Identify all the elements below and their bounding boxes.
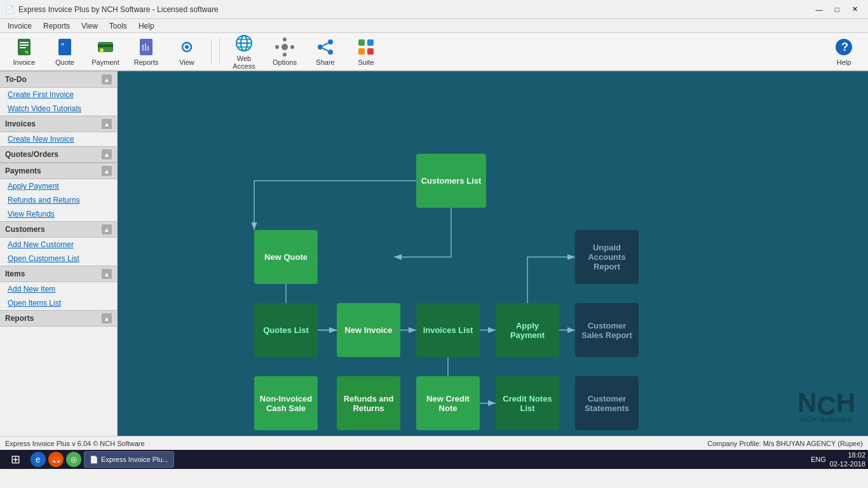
svg-point-22 bbox=[283, 37, 287, 41]
quote-icon: " bbox=[55, 37, 75, 57]
menu-item-tools[interactable]: Tools bbox=[104, 20, 132, 32]
svg-text:": " bbox=[61, 41, 64, 51]
svg-rect-13 bbox=[147, 46, 149, 51]
svg-rect-1 bbox=[20, 42, 29, 43]
sidebar-link-add-new-item[interactable]: Add New Item bbox=[0, 282, 117, 296]
toolbar-btn-invoice[interactable]: Invoice bbox=[5, 34, 43, 69]
start-button[interactable]: ⊞ bbox=[3, 451, 28, 468]
sidebar-section-reports[interactable]: Reports▲ bbox=[0, 310, 117, 327]
flowbox-apply-payment[interactable]: Apply Payment bbox=[496, 303, 559, 357]
toolbar-btn-suite[interactable]: Suite bbox=[347, 34, 385, 69]
toolbar-btn-payment[interactable]: Payment bbox=[86, 34, 125, 69]
ie-icon[interactable]: e bbox=[31, 452, 46, 467]
invoice-icon bbox=[14, 37, 34, 57]
toolbar-btn-view[interactable]: View bbox=[168, 34, 206, 69]
status-bar: Express Invoice Plus v 6.04 © NCH Softwa… bbox=[0, 436, 868, 450]
firefox-icon[interactable]: 🦊 bbox=[48, 452, 64, 467]
content-area: Customers ListNew QuoteNew InvoiceQuotes… bbox=[118, 71, 868, 436]
payment-icon bbox=[95, 37, 116, 57]
menu-item-help[interactable]: Help bbox=[133, 20, 159, 32]
nch-logo: N C H NCH Software bbox=[797, 390, 855, 423]
title-bar-controls: — □ ✕ bbox=[811, 3, 863, 16]
toolbar-btn-web-access[interactable]: Web Access bbox=[225, 34, 263, 69]
clock-time: 18:02 bbox=[830, 451, 865, 459]
sidebar-section-todo[interactable]: To-Do▲ bbox=[0, 71, 117, 88]
sidebar-section-customers[interactable]: Customers▲ bbox=[0, 221, 117, 238]
flowbox-customer-statements[interactable]: Customer Statements bbox=[575, 376, 639, 430]
collapse-btn-invoices[interactable]: ▲ bbox=[102, 119, 112, 129]
sidebar-link-view-refunds[interactable]: View Refunds bbox=[0, 207, 117, 221]
sidebar-link-apply-payment[interactable]: Apply Payment bbox=[0, 179, 117, 193]
svg-rect-2 bbox=[20, 44, 29, 46]
menu-item-view[interactable]: View bbox=[76, 20, 103, 32]
flowchart: Customers ListNew QuoteNew InvoiceQuotes… bbox=[118, 71, 868, 436]
sidebar-section-items[interactable]: Items▲ bbox=[0, 266, 117, 282]
minimize-button[interactable]: — bbox=[811, 3, 827, 16]
flowbox-unpaid-report[interactable]: Unpaid Accounts Report bbox=[575, 230, 639, 284]
svg-rect-11 bbox=[142, 44, 144, 51]
options-icon bbox=[275, 37, 295, 57]
suite-icon bbox=[356, 37, 376, 57]
collapse-btn-customers[interactable]: ▲ bbox=[102, 224, 112, 234]
sidebar-section-quotes[interactable]: Quotes/Orders▲ bbox=[0, 146, 117, 163]
toolbar-btn-options[interactable]: Options bbox=[266, 34, 304, 69]
sidebar: To-Do▲Create First InvoiceWatch Video Tu… bbox=[0, 71, 118, 436]
svg-point-24 bbox=[275, 45, 279, 49]
main-container: To-Do▲Create First InvoiceWatch Video Tu… bbox=[0, 71, 868, 436]
svg-point-23 bbox=[283, 53, 287, 57]
flowbox-invoices-list[interactable]: Invoices List bbox=[416, 303, 480, 357]
sidebar-link-add-new-customer[interactable]: Add New Customer bbox=[0, 238, 117, 252]
svg-point-25 bbox=[290, 45, 294, 49]
clock-date: 02-12-2018 bbox=[830, 459, 865, 468]
menu-item-reports[interactable]: Reports bbox=[38, 20, 75, 32]
sidebar-link-create-new-invoice[interactable]: Create New Invoice bbox=[0, 132, 117, 146]
chrome-icon[interactable]: ◎ bbox=[66, 452, 81, 467]
svg-point-26 bbox=[328, 39, 333, 44]
flowbox-customer-sales[interactable]: Customer Sales Report bbox=[575, 303, 639, 357]
svg-line-29 bbox=[323, 43, 328, 46]
taskbar-lang: ENG bbox=[811, 456, 826, 463]
help-button[interactable]: ?Help bbox=[825, 34, 863, 69]
flowbox-new-credit-note[interactable]: New Credit Note bbox=[416, 376, 480, 430]
sidebar-link-create-first-invoice[interactable]: Create First Invoice bbox=[0, 88, 117, 102]
sidebar-link-watch-video-tutorials[interactable]: Watch Video Tutorials bbox=[0, 102, 117, 116]
menu-item-invoice[interactable]: Invoice bbox=[3, 20, 37, 32]
svg-rect-12 bbox=[145, 43, 146, 51]
svg-point-28 bbox=[328, 50, 333, 55]
close-button[interactable]: ✕ bbox=[846, 3, 863, 16]
app-icon: 📄 bbox=[5, 5, 15, 14]
maximize-button[interactable]: □ bbox=[829, 3, 845, 16]
sidebar-section-payments[interactable]: Payments▲ bbox=[0, 163, 117, 179]
flowbox-new-invoice[interactable]: New Invoice bbox=[337, 303, 400, 357]
collapse-btn-todo[interactable]: ▲ bbox=[102, 74, 112, 85]
status-left: Express Invoice Plus v 6.04 © NCH Softwa… bbox=[5, 440, 145, 447]
flowbox-refunds-returns[interactable]: Refunds and Returns bbox=[337, 376, 400, 430]
web-icon bbox=[234, 33, 254, 53]
svg-point-21 bbox=[281, 44, 288, 50]
svg-point-27 bbox=[318, 44, 323, 50]
status-right: Company Profile: M/s BHUYAN AGENCY (Rupe… bbox=[707, 440, 863, 447]
sidebar-section-invoices[interactable]: Invoices▲ bbox=[0, 116, 117, 132]
help-icon: ? bbox=[834, 37, 854, 57]
collapse-btn-quotes[interactable]: ▲ bbox=[102, 149, 112, 159]
sidebar-link-open-items-list[interactable]: Open Items List bbox=[0, 296, 117, 310]
svg-line-30 bbox=[323, 48, 328, 51]
collapse-btn-reports[interactable]: ▲ bbox=[102, 313, 112, 323]
flowbox-customers-list[interactable]: Customers List bbox=[416, 154, 486, 208]
sidebar-link-refunds-and-returns[interactable]: Refunds and Returns bbox=[0, 193, 117, 207]
sidebar-link-open-customers-list[interactable]: Open Customers List bbox=[0, 252, 117, 266]
svg-rect-31 bbox=[358, 39, 365, 46]
flowbox-non-invoiced[interactable]: Non-Invoiced Cash Sale bbox=[254, 376, 318, 430]
flowbox-quotes-list[interactable]: Quotes List bbox=[254, 303, 318, 357]
taskbar-app-invoice[interactable]: 📄 Express Invoice Plu... bbox=[84, 451, 174, 468]
toolbar-btn-share[interactable]: Share bbox=[306, 34, 344, 69]
toolbar-btn-reports[interactable]: Reports bbox=[127, 34, 165, 69]
svg-point-9 bbox=[100, 48, 104, 52]
toolbar-btn-quote[interactable]: "Quote bbox=[46, 34, 84, 69]
collapse-btn-items[interactable]: ▲ bbox=[102, 269, 112, 279]
flowbox-new-quote[interactable]: New Quote bbox=[254, 230, 318, 284]
flowbox-credit-notes-list[interactable]: Credit Notes List bbox=[496, 376, 559, 430]
collapse-btn-payments[interactable]: ▲ bbox=[102, 166, 112, 176]
toolbar: Invoice"QuotePaymentReportsViewWeb Acces… bbox=[0, 33, 868, 71]
view-icon bbox=[177, 37, 197, 57]
